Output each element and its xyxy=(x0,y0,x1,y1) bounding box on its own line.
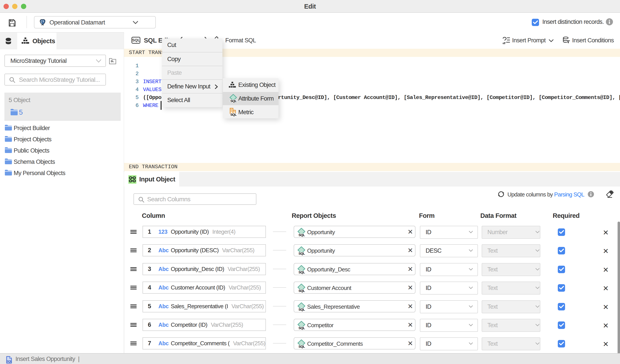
svg-text:SQL: SQL xyxy=(298,270,305,274)
svg-text:SQL: SQL xyxy=(298,233,305,237)
svg-text:SQL: SQL xyxy=(298,326,305,330)
svg-text:SQL: SQL xyxy=(230,113,237,116)
svg-text:SQL: SQL xyxy=(298,345,305,348)
svg-text:SQL: SQL xyxy=(230,99,237,103)
svg-text:SQL: SQL xyxy=(298,289,305,292)
svg-text:SQL: SQL xyxy=(298,307,305,311)
svg-text:SQL: SQL xyxy=(7,360,12,363)
svg-text:SQL: SQL xyxy=(298,252,305,255)
